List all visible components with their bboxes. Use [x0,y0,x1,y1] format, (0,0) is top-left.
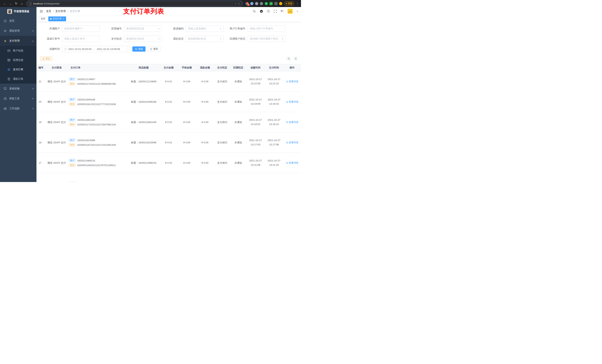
cell-action: 查看详情 [283,132,301,153]
chevron-down-icon: ▾ [32,87,33,90]
col-header: 支付渠道 [45,64,68,71]
cell-title: 标题：1635311823086 [128,132,160,153]
search-icon[interactable] [253,10,256,13]
cell-create-time: 2021-10-2713:17:03 [246,132,265,153]
view-detail-link[interactable]: 查看详情 [286,121,298,124]
sidebar-item-app-info[interactable]: 应用信息 [0,55,36,65]
sidebar-item-system[interactable]: 系统管理 ▾ [0,26,36,36]
cell-action: 查看详情 [283,112,301,132]
sidebar-item-refund-order[interactable]: 退款订单 [0,74,36,83]
channel-code-select[interactable]: 请输入渠道编码▾ [186,26,224,32]
font-size-icon[interactable]: TT [281,10,283,13]
tab-home[interactable]: 首页 [39,16,47,21]
merchant-tag: 商户 [69,138,76,142]
back-button[interactable]: ← [2,1,7,6]
close-icon[interactable]: × [63,17,64,20]
app-select[interactable]: 请选择应用信息▾ [124,26,161,32]
reload-button[interactable]: ↻ [14,1,19,6]
col-header: 退款金额 [196,64,214,71]
breadcrumb-separator: / [67,10,68,13]
view-detail-link[interactable]: 查看详情 [286,161,298,165]
merchant-order-no-input[interactable]: 请输入商户订单编号 [247,26,285,32]
cell-channel: 微信 JSAPI 支付 [45,132,68,153]
date-range-picker[interactable]: 2021-10-01 00:00:00 - 2021-10-31 23:59:5… [62,46,128,52]
cell-id: 19 [36,112,45,132]
github-icon[interactable] [260,10,263,13]
cell-callback: 未通知 [230,92,246,112]
search-button[interactable]: 搜索 [132,46,146,52]
sidebar-item-merchant-info[interactable]: 商户信息 [0,46,36,55]
view-detail-link[interactable]: 查看详情 [286,141,298,144]
help-icon[interactable]: ? [267,10,270,13]
credit-card-icon [7,49,11,52]
channel-order-no-input[interactable]: 请输入渠道订单号 [62,36,100,42]
extension-icon[interactable]: 10 [246,2,249,5]
top-navbar: 首页 / 支付管理 / 支付订单 支付订单列表 ? TT ▾ [36,7,301,16]
cell-channel: 微信 JSAPI 支付 [45,92,68,112]
breadcrumb-parent[interactable]: 支付管理 [55,10,66,13]
extension-icon[interactable]: ▪ [269,2,273,5]
callback-status-select[interactable]: 请选择订单回调商户状态▾ [247,36,285,42]
extension-icon[interactable] [255,2,258,5]
merchant-tag: 商户 [69,159,76,162]
sidebar-item-label: 基础设施 [9,87,20,90]
export-button[interactable]: 导出 [40,56,52,61]
reset-button[interactable]: 重置 [147,46,161,52]
cell-amount: ¥ 0.01 [160,92,178,112]
forward-button[interactable]: → [8,1,13,6]
pay-status-select[interactable]: 请选择支付状态▾ [124,36,161,42]
filter-label: 渠道订单号 [40,37,62,41]
share-icon[interactable]: ↑ [235,2,236,5]
breadcrumb-home[interactable]: 首页 [46,10,51,13]
home-button[interactable]: ⌂ [20,1,24,6]
avatar[interactable] [287,9,293,14]
extension-icon[interactable]: ☺ [279,2,282,5]
extension-icon[interactable] [274,2,278,5]
cell-channel: 微信 JSAPI 支付 [45,112,68,132]
cell-status: 支付成功 [214,71,230,92]
chevron-down-icon: ▾ [220,27,221,30]
sidebar-item-home[interactable]: 首页 [0,16,36,26]
view-detail-link[interactable]: 查看详情 [286,80,298,83]
extension-icon[interactable]: ✓ [265,2,268,5]
merchant-tag: 商户 [69,77,76,81]
sidebar-item-label: 应用信息 [13,58,23,62]
sidebar-item-workflow[interactable]: 工作流程 ▾ [0,104,36,114]
sidebar-item-pay-order[interactable]: 支付订单 [0,65,36,74]
filter-form: 所属商户 请选择所属商户 应用编号 请选择应用信息▾ 渠道编码 请输入渠道编码▾… [36,26,301,52]
pay-order-no: 4200001174202110278060590766 [77,83,116,85]
cell-callback: 未通知 [230,132,246,153]
toggle-search-button[interactable] [286,56,291,61]
view-detail-link[interactable]: 查看详情 [286,100,298,104]
extension-icon[interactable] [260,2,263,5]
sidebar-item-infrastructure[interactable]: 基础设施 ▾ [0,83,36,94]
sidebar-item-dev-tools[interactable]: 研发工具 ▾ [0,94,36,104]
bookmark-star-icon[interactable]: ☆ [238,2,240,5]
browser-update-button[interactable]: 更新 [284,1,294,6]
sidebar-item-payment[interactable]: ¥ 支付管理 ▴ [0,36,36,46]
browser-menu-icon[interactable]: ⋮ [296,2,299,5]
cell-id: 21 [36,71,45,92]
refund-status-select[interactable]: 请选择退款状态▾ [186,36,224,42]
merchant-select[interactable]: 请选择所属商户 [62,26,100,32]
tab-pay-order[interactable]: 支付订单× [48,16,66,21]
table-header-row: 编号 支付渠道 支付订单 商品标题 支付金额 手续金额 退款金额 支付状态 回调… [36,64,301,71]
sidebar-toggle-icon[interactable] [40,10,43,13]
address-bar[interactable]: i localhost:1024/pay/order ↑ ☆ [27,1,243,6]
fullscreen-icon[interactable] [274,10,277,13]
cell-pay-time: 2021-10-2713:19:15 [265,92,283,112]
cell-fee: ¥ 0.00 [178,112,196,132]
cell-amount: ¥ 0.01 [160,153,178,173]
cell-title: 标题：1635311468233 [128,153,160,173]
cell-refund: ¥ 0.00 [196,132,214,153]
merchant-order-no: 1635311881440 [77,119,95,121]
extension-badge: 10 [247,4,250,6]
cell-order: 商户1635311823086 支付4200001167202110271022… [68,132,128,153]
site-info-icon[interactable]: i [29,2,32,5]
avatar-caret-icon[interactable]: ▾ [297,10,298,13]
refresh-button[interactable] [293,56,298,61]
cell-refund: ¥ 0.00 [196,153,214,173]
extension-icon[interactable] [250,2,253,5]
extension-icons: 10 ✓ ▪ ☺ [246,2,282,5]
cell-channel: 微信 JSAPI 支付 [45,153,68,173]
